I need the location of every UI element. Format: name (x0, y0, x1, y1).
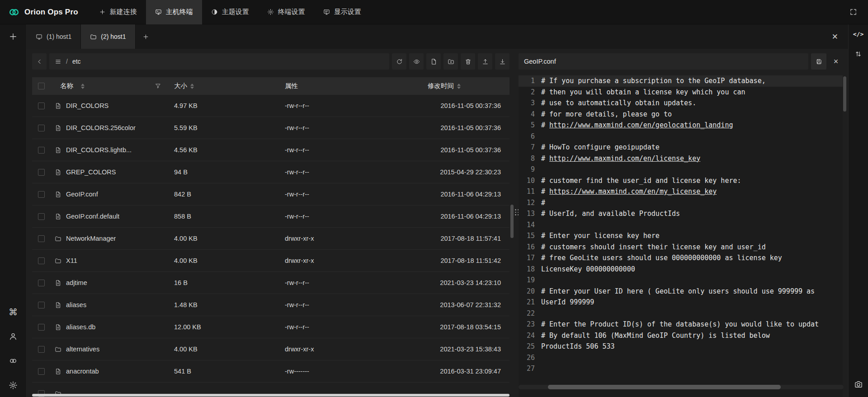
table-row[interactable]: DIR_COLORS.256color 5.59 KB -rw-r--r-- 2… (32, 117, 509, 139)
back-button[interactable] (32, 53, 47, 70)
fullscreen-button[interactable] (849, 8, 868, 16)
file-attrs: -rw-r--r-- (285, 102, 420, 109)
gear-icon (267, 9, 274, 15)
add-connection-button[interactable] (9, 32, 18, 41)
table-row[interactable]: X11 4.00 KB drwxr-xr-x 2017-08-18 11:51:… (32, 250, 509, 272)
new-tab-button[interactable] (136, 24, 156, 49)
sort-time[interactable] (457, 84, 461, 89)
line-number: 24 (519, 330, 535, 341)
row-checkbox[interactable] (38, 147, 45, 154)
tab-host1-terminal[interactable]: (1) host1 (27, 24, 81, 49)
users-button[interactable] (9, 332, 18, 341)
row-checkbox[interactable] (38, 235, 45, 242)
breadcrumb[interactable]: / etc (49, 53, 389, 70)
save-button[interactable] (811, 53, 826, 70)
code-text: # free GeoLite users should use 00000000… (541, 254, 782, 262)
refresh-button[interactable] (392, 53, 406, 70)
nav-item-new-connection[interactable]: 新建连接 (90, 0, 146, 24)
select-all-checkbox[interactable] (38, 83, 45, 89)
line-number: 2 (519, 87, 535, 98)
table-row[interactable]: aliases.db 12.00 KB -rw-r--r-- 2017-08-1… (32, 316, 509, 338)
row-checkbox[interactable] (38, 103, 45, 109)
line-number: 25 (519, 341, 535, 352)
code-editor[interactable]: 1 # If you purchase a subscription to th… (519, 75, 843, 397)
table-row[interactable]: NetworkManager 4.00 KB drwxr-xr-x 2017-0… (32, 228, 509, 250)
file-mtime: 2017-08-18 11:51:42 (420, 257, 509, 264)
header-time[interactable]: 修改时间 (420, 82, 509, 90)
new-folder-button[interactable] (443, 53, 458, 70)
download-button[interactable] (495, 53, 509, 70)
file-table-vscrollbar[interactable] (510, 205, 514, 238)
sort-vertical-icon (854, 50, 862, 58)
editor-hscrollbar-track[interactable] (519, 385, 844, 389)
row-checkbox[interactable] (38, 213, 45, 220)
code-line: 12 # (519, 197, 843, 209)
line-number: 19 (519, 275, 535, 286)
table-row[interactable]: anacrontab 541 B -rw------- 2016-03-31 2… (32, 360, 509, 383)
filter-button[interactable] (155, 83, 161, 89)
line-number: 1 (519, 75, 535, 87)
nav-item-terminal-settings[interactable]: 终端设置 (258, 0, 314, 24)
panel-resize-handle[interactable] (515, 209, 519, 215)
table-row[interactable]: DIR_COLORS.lightb... 4.56 KB -rw-r--r-- … (32, 139, 509, 161)
close-panel-button[interactable]: ✕ (822, 32, 848, 42)
table-row[interactable]: GeoIP.conf 842 B -rw-r--r-- 2016-11-06 0… (32, 183, 509, 206)
current-path[interactable]: etc (72, 58, 81, 65)
line-number: 15 (519, 230, 535, 242)
table-row[interactable]: adjtime 16 B -rw-r--r-- 2021-03-23 14:23… (32, 272, 509, 294)
header-name[interactable]: 名称 (52, 82, 174, 90)
delete-button[interactable] (461, 53, 475, 70)
code-line: 11 # https://www.maxmind.com/en/my_licen… (519, 186, 843, 197)
file-size: 4.00 KB (174, 257, 285, 264)
table-row[interactable]: GREP_COLORS 94 B -rw-r--r-- 2015-04-29 2… (32, 161, 509, 183)
table-row[interactable]: aliases 1.48 KB -rw-r--r-- 2013-06-07 22… (32, 294, 509, 316)
code-text: # Enter your license key here (541, 232, 660, 240)
row-checkbox[interactable] (38, 346, 45, 353)
editor-vscrollbar[interactable] (843, 76, 846, 112)
shortcuts-button[interactable]: ⌘ (9, 308, 18, 317)
panel-divider[interactable] (515, 49, 519, 397)
row-checkbox[interactable] (38, 191, 45, 198)
table-row[interactable]: GeoIP.conf.default 858 B -rw-r--r-- 2016… (32, 206, 509, 228)
row-checkbox[interactable] (38, 125, 45, 131)
row-checkbox[interactable] (38, 368, 45, 375)
code-link[interactable]: http://www.maxmind.com/en/geolocation_la… (549, 121, 733, 129)
code-text: ProductIds 506 533 (541, 342, 615, 350)
upload-button[interactable] (478, 53, 492, 70)
line-number: 5 (519, 120, 535, 131)
table-row[interactable]: DIR_COLORS 4.97 KB -rw-r--r-- 2016-11-05… (32, 95, 509, 117)
sort-size[interactable] (190, 84, 194, 89)
code-line: 20 # Enter your User ID here ( GeoLite o… (519, 286, 843, 297)
editor-hscrollbar-thumb[interactable] (548, 385, 781, 389)
editor-toggle-button[interactable]: </> (853, 31, 863, 37)
table-row[interactable]: alternatives 4.00 KB drwxr-xr-x 2021-03-… (32, 338, 509, 360)
screenshot-button[interactable] (854, 380, 863, 389)
row-checkbox[interactable] (38, 324, 45, 331)
file-table-hscrollbar[interactable] (32, 394, 509, 397)
new-file-button[interactable] (426, 53, 441, 70)
sort-name[interactable] (81, 84, 85, 89)
file-icon (55, 324, 61, 331)
nav-item-display-settings[interactable]: 显示设置 (314, 0, 370, 24)
connections-button[interactable] (9, 356, 18, 365)
file-table-body: DIR_COLORS 4.97 KB -rw-r--r-- 2016-11-05… (32, 95, 509, 397)
settings-button[interactable] (9, 381, 18, 390)
nav-item-host-terminal[interactable]: 主机终端 (146, 0, 202, 24)
show-hidden-button[interactable] (409, 53, 424, 70)
save-icon (816, 58, 822, 65)
code-line: 8 # http://www.maxmind.com/en/license_ke… (519, 153, 843, 164)
editor-close-button[interactable]: × (829, 53, 843, 70)
row-checkbox[interactable] (38, 280, 45, 286)
header-size[interactable]: 大小 (174, 82, 285, 90)
sort-transfer-button[interactable] (854, 50, 862, 58)
trash-icon (465, 58, 472, 65)
code-link[interactable]: http://www.maxmind.com/en/license_key (549, 154, 700, 163)
tab-host1-files[interactable]: (2) host1 (81, 24, 135, 49)
file-size: 12.00 KB (174, 323, 285, 331)
nav-item-theme-settings[interactable]: 主题设置 (202, 0, 258, 24)
code-line: 25 ProductIds 506 533 (519, 341, 843, 352)
code-link[interactable]: https://www.maxmind.com/en/my_license_ke… (549, 187, 717, 196)
row-checkbox[interactable] (38, 257, 45, 264)
row-checkbox[interactable] (38, 302, 45, 308)
row-checkbox[interactable] (38, 169, 45, 176)
